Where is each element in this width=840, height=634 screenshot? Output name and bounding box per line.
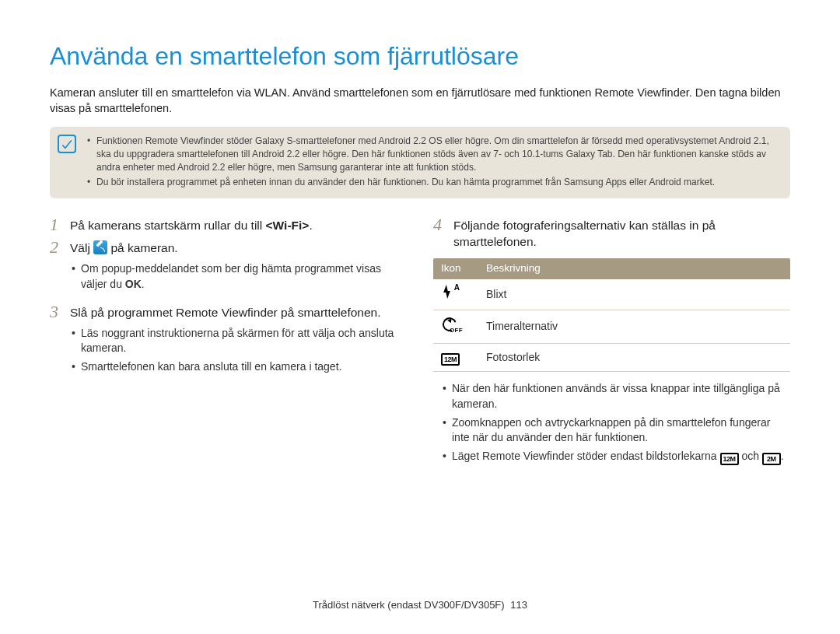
note-item: Funktionen Remote Viewfinder stöder Gala… (87, 135, 779, 173)
step-text: Välj på kameran. (70, 238, 178, 257)
photo-size-icon: 12M (441, 353, 460, 366)
content-columns: 1 På kamerans startskärm rullar du till … (50, 215, 790, 476)
table-row: 12M Fotostorlek (433, 344, 790, 372)
bullet-item: Smarttelefonen kan bara ansluta till en … (72, 359, 407, 375)
bullet-item: När den här funktionen används är vissa … (443, 381, 790, 412)
table-cell: Timeralternativ (478, 310, 790, 344)
bullet-item: Läget Remote Viewfinder stöder endast bi… (443, 449, 790, 465)
footer-text: Trådlöst nätverk (endast DV300F/DV305F) (313, 599, 505, 611)
options-table: Ikon Beskrivning A Blixt OFF Timeraltern… (433, 258, 790, 372)
bullet-item: Zoomknappen och avtryckarknappen på din … (443, 415, 790, 446)
step-4: 4 Följande fotograferingsalternativ kan … (433, 215, 790, 250)
photo-size-icon: 2M (762, 453, 781, 465)
table-cell: Blixt (478, 279, 790, 310)
remote-viewfinder-icon (93, 240, 107, 254)
step-number: 1 (50, 215, 62, 234)
page-number: 113 (510, 599, 527, 611)
intro-paragraph: Kameran ansluter till en smarttelefon vi… (50, 85, 790, 117)
timer-icon: OFF (441, 316, 458, 333)
note-item: Du bör installera programmet på enheten … (87, 176, 779, 189)
table-header-desc: Beskrivning (478, 258, 790, 279)
step-number: 2 (50, 238, 62, 257)
step-text: På kamerans startskärm rullar du till <W… (70, 215, 313, 234)
flash-icon: A (441, 285, 458, 300)
table-header-icon: Ikon (433, 258, 478, 279)
bullet-item: Läs noggrant instruktionerna på skärmen … (72, 326, 407, 356)
step-1: 1 På kamerans startskärm rullar du till … (50, 215, 407, 234)
note-box: Funktionen Remote Viewfinder stöder Gala… (50, 127, 790, 198)
left-column: 1 På kamerans startskärm rullar du till … (50, 215, 407, 476)
table-cell: Fotostorlek (478, 344, 790, 372)
page-title: Använda en smarttelefon som fjärrutlösar… (50, 39, 790, 74)
step-3: 3 Slå på programmet Remote Viewfinder på… (50, 303, 407, 321)
table-row: A Blixt (433, 279, 790, 310)
photo-size-icon: 12M (720, 453, 739, 465)
step-2: 2 Välj på kameran. (50, 238, 407, 257)
right-column: 4 Följande fotograferingsalternativ kan … (433, 215, 790, 476)
step-number: 4 (433, 215, 446, 250)
step-2-sub: Om popup-meddelandet som ber dig hämta p… (72, 261, 407, 292)
step-4-notes: När den här funktionen används är vissa … (443, 381, 790, 465)
bullet-item: Om popup-meddelandet som ber dig hämta p… (72, 261, 407, 292)
step-number: 3 (50, 303, 62, 321)
step-text: Följande fotograferingsalternativ kan st… (453, 215, 790, 250)
table-row: OFF Timeralternativ (433, 310, 790, 344)
step-text: Slå på programmet Remote Viewfinder på s… (70, 303, 380, 321)
step-3-sub: Läs noggrant instruktionerna på skärmen … (72, 326, 407, 375)
page-footer: Trådlöst nätverk (endast DV300F/DV305F) … (0, 598, 840, 612)
note-list: Funktionen Remote Viewfinder stöder Gala… (87, 135, 779, 188)
note-icon (58, 135, 76, 153)
